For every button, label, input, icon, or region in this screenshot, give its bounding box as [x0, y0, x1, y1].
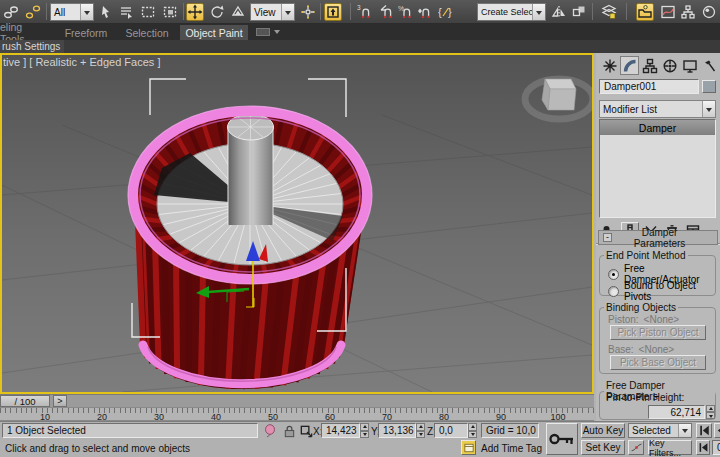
grid-size-value: Grid = 10,0 — [486, 425, 536, 436]
use-pivot-center-icon[interactable] — [299, 3, 317, 21]
modifier-list-dropdown[interactable]: Modifier List — [599, 100, 716, 118]
angle-snap-icon[interactable] — [378, 3, 396, 21]
keyboard-override-icon[interactable] — [324, 3, 342, 21]
align-icon[interactable] — [570, 3, 588, 21]
graphite-ribbon-toggle-icon[interactable] — [636, 3, 654, 21]
svg-text:{: { — [438, 6, 442, 18]
object-name-field[interactable]: Damper001 — [599, 79, 699, 94]
rectangular-selection-icon[interactable] — [139, 3, 157, 21]
mirror-icon[interactable] — [550, 3, 568, 21]
spinner-down-icon[interactable] — [706, 412, 715, 419]
select-and-move-icon[interactable] — [186, 3, 204, 21]
named-selection-set-dropdown[interactable]: Create Selection Se — [477, 3, 546, 21]
piston-row: Piston:<None> — [608, 314, 679, 325]
select-and-scale-icon[interactable] — [229, 3, 247, 21]
radio-bound-pivots[interactable]: Bound to Object Pivots — [608, 280, 720, 302]
unlink-icon[interactable] — [24, 3, 42, 21]
add-time-tag-label[interactable]: Add Time Tag — [481, 443, 542, 454]
y-coordinate-field[interactable]: 13,136 — [378, 423, 416, 438]
time-slider[interactable] — [0, 394, 594, 408]
chevron-down-icon[interactable] — [80, 4, 93, 20]
display-tab-icon[interactable] — [680, 56, 699, 75]
selection-lock-icon[interactable] — [282, 424, 297, 439]
selection-status: 1 Object Selected — [7, 425, 86, 436]
x-spinner[interactable] — [360, 423, 369, 438]
ribbon-minimize-icon[interactable] — [256, 28, 270, 36]
time-slider-handle[interactable]: / 100 — [0, 395, 50, 407]
previous-frame-icon[interactable] — [714, 423, 720, 438]
create-tab-icon[interactable] — [600, 56, 619, 75]
select-and-link-icon[interactable] — [2, 3, 20, 21]
modifier-stack[interactable]: Damper — [599, 119, 716, 218]
tab-object-paint[interactable]: Object Paint — [180, 25, 248, 40]
previous-key-icon[interactable] — [696, 440, 710, 455]
rollout-header-damper-parameters[interactable]: - Damper Parameters — [598, 230, 718, 245]
chevron-down-icon[interactable] — [702, 101, 715, 117]
window-crossing-icon[interactable] — [161, 3, 179, 21]
toolbar-separator — [626, 3, 627, 20]
viewport-label[interactable]: tive ] [ Realistic + Edged Faces ] — [3, 56, 160, 68]
ribbon-panel-label[interactable]: rush Settings — [2, 41, 60, 52]
percent-snap-icon[interactable]: % — [397, 3, 415, 21]
pick-piston-button[interactable]: Pick Piston Object — [610, 325, 706, 340]
viewport-canvas[interactable] — [2, 55, 592, 392]
x-coordinate-field[interactable]: 14,423 — [321, 423, 360, 438]
svg-text:}: } — [448, 6, 452, 18]
time-tag-icon[interactable] — [461, 440, 476, 455]
pick-base-label: Pick Base Object — [620, 357, 696, 368]
view-cube[interactable] — [525, 79, 592, 119]
chevron-down-icon[interactable] — [532, 4, 545, 20]
damper-object[interactable] — [128, 106, 372, 389]
chevron-down-icon[interactable] — [281, 4, 294, 20]
modify-tab-icon[interactable] — [620, 56, 639, 75]
key-filters-button[interactable]: Key Filters... — [648, 440, 692, 455]
selection-filter-value: All — [51, 7, 80, 18]
radio-icon[interactable] — [608, 269, 619, 280]
rollout-collapse-icon[interactable]: - — [603, 233, 612, 242]
edit-named-selection-sets-icon[interactable]: {} — [437, 3, 455, 21]
selection-filter-dropdown[interactable]: All — [50, 3, 94, 21]
time-slider-next-button[interactable]: > — [53, 395, 67, 407]
modifier-stack-item-damper[interactable]: Damper — [600, 120, 715, 135]
select-and-rotate-icon[interactable] — [208, 3, 226, 21]
named-selection-set-value: Create Selection Se — [478, 7, 532, 17]
z-coordinate-field[interactable]: 0,0 — [434, 423, 468, 438]
spinner-up-icon[interactable] — [706, 405, 715, 412]
snap-toggle-3d-icon[interactable]: 3 — [356, 3, 374, 21]
schematic-view-icon[interactable] — [679, 3, 697, 21]
toolbar-separator — [592, 3, 593, 20]
material-editor-icon[interactable] — [700, 3, 718, 21]
tab-modeling-tools[interactable]: eling Tools — [0, 25, 48, 40]
hierarchy-tab-icon[interactable] — [640, 56, 659, 75]
notification-balloon-icon[interactable] — [263, 424, 277, 438]
ribbon-minimize-arrow-icon[interactable] — [274, 30, 280, 37]
tab-label: Freeform — [65, 27, 108, 39]
pin-to-pin-field[interactable]: 62,714 — [648, 405, 705, 419]
curve-editor-icon[interactable] — [659, 3, 677, 21]
radio-icon[interactable] — [608, 286, 619, 297]
utilities-tab-icon[interactable] — [700, 56, 719, 75]
current-frame-field[interactable]: 0 — [712, 440, 720, 455]
object-color-swatch[interactable] — [702, 80, 716, 93]
tab-freeform[interactable]: Freeform — [55, 25, 117, 40]
select-by-name-icon[interactable] — [117, 3, 135, 21]
spinner-snap-icon[interactable] — [416, 3, 434, 21]
y-spinner[interactable] — [416, 423, 425, 438]
auto-key-button[interactable]: Auto Key — [581, 423, 625, 438]
pin-to-pin-spinner[interactable] — [706, 405, 715, 419]
select-object-icon[interactable] — [97, 3, 115, 21]
set-key-button[interactable]: Set Key — [581, 440, 625, 455]
default-tangent-icon[interactable] — [628, 440, 644, 455]
absolute-offset-toggle-icon[interactable] — [299, 424, 314, 439]
tab-selection[interactable]: Selection — [118, 25, 176, 40]
key-mode-dropdown[interactable]: Selected — [628, 423, 692, 438]
motion-tab-icon[interactable] — [660, 56, 679, 75]
set-key-mode-button[interactable] — [546, 423, 578, 455]
chevron-down-icon[interactable] — [678, 424, 691, 437]
pick-base-button[interactable]: Pick Base Object — [610, 355, 706, 370]
go-to-start-icon[interactable] — [696, 423, 712, 438]
layer-manager-icon[interactable] — [600, 3, 618, 21]
track-bar[interactable]: 102030405060708090100 — [0, 408, 594, 421]
coordinate-system-dropdown[interactable]: View — [250, 3, 295, 21]
z-spinner[interactable] — [468, 423, 477, 438]
